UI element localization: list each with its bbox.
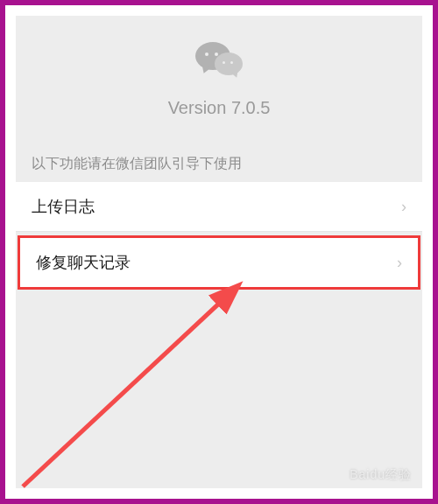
chevron-right-icon: › [401,198,406,216]
list-item-label: 上传日志 [32,196,95,217]
upload-log-item[interactable]: 上传日志 › [16,182,422,232]
chevron-right-icon: › [397,254,402,272]
svg-line-1 [23,287,237,486]
section-hint: 以下功能请在微信团队引导下使用 [16,143,422,182]
version-label: Version 7.0.5 [168,98,271,118]
repair-chat-item[interactable]: 修复聊天记录 › [20,238,418,287]
decorative-frame: Version 7.0.5 以下功能请在微信团队引导下使用 上传日志 › 修复聊… [0,0,438,504]
watermark: Baidu经验 [350,467,412,483]
list-item-label: 修复聊天记录 [36,252,131,273]
highlight-annotation: 修复聊天记录 › [18,235,420,290]
app-screen: Version 7.0.5 以下功能请在微信团队引导下使用 上传日志 › 修复聊… [16,16,422,488]
app-header: Version 7.0.5 [16,16,422,143]
wechat-icon [195,40,243,82]
annotation-arrow-icon [16,261,422,488]
